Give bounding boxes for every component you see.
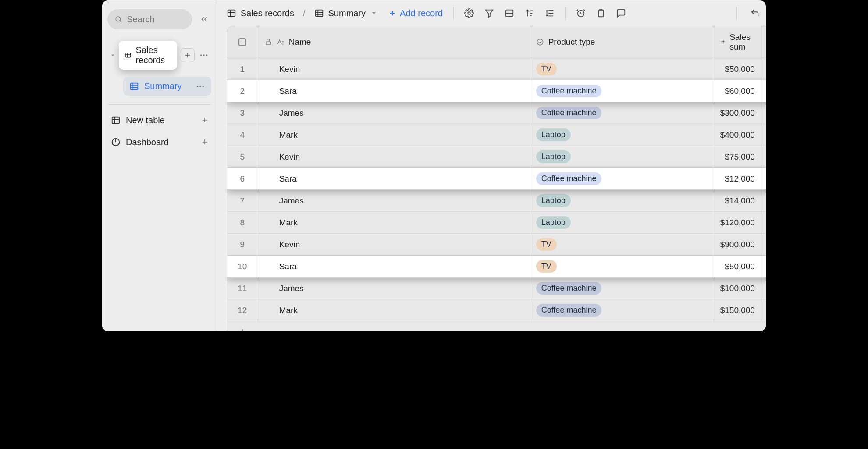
sidebar-item-label: Dashboard — [126, 137, 169, 147]
cell-sales-sum[interactable]: $14,000 — [714, 190, 761, 211]
cell-name[interactable]: Kevin — [258, 146, 530, 167]
dots-icon[interactable] — [199, 50, 209, 60]
cell-product[interactable]: Coffee machine — [530, 168, 714, 189]
cell-sales-sum[interactable]: $50,000 — [714, 256, 761, 277]
cell-name[interactable]: Mark — [258, 124, 530, 146]
row-index: 4 — [227, 124, 258, 146]
cell-sales-sum[interactable]: $50,000 — [714, 58, 761, 80]
add-view-button[interactable] — [181, 48, 195, 62]
cell-name[interactable]: Sara — [258, 256, 530, 277]
dashboard-icon — [111, 137, 121, 147]
cell-empty — [761, 80, 766, 102]
row-index: 8 — [227, 212, 258, 233]
cell-product[interactable]: Coffee machine — [530, 299, 714, 321]
cell-product[interactable]: Laptop — [530, 146, 714, 167]
cell-product[interactable]: Coffee machine — [530, 102, 714, 124]
table-row[interactable]: 5KevinLaptop$75,000 — [227, 146, 766, 168]
cell-name[interactable]: Kevin — [258, 58, 530, 80]
table-row[interactable]: 9KevinTV$900,000 — [227, 234, 766, 256]
cell-name[interactable]: James — [258, 278, 530, 299]
undo-icon[interactable] — [750, 8, 760, 18]
sidebar-dashboard[interactable]: Dashboard + — [107, 131, 211, 153]
row-index: 1 — [227, 58, 258, 80]
cell-sales-sum[interactable]: $300,000 — [714, 102, 761, 124]
clipboard-icon[interactable] — [596, 8, 606, 18]
comment-icon[interactable] — [616, 8, 626, 18]
search-icon — [114, 14, 122, 24]
cell-product[interactable]: TV — [530, 234, 714, 255]
cell-product[interactable]: Laptop — [530, 190, 714, 211]
filter-icon[interactable] — [484, 8, 494, 18]
toolbar-separator — [453, 7, 454, 20]
sidebar-table-row[interactable]: Sales records — [107, 38, 211, 72]
row-height-icon[interactable] — [545, 8, 555, 18]
table-row[interactable]: 6SaraCoffee machine$12,000 — [227, 168, 766, 190]
cell-sales-sum[interactable]: $75,000 — [714, 146, 761, 167]
cell-sales-sum[interactable]: $400,000 — [714, 124, 761, 146]
cell-product[interactable]: Laptop — [530, 124, 714, 146]
cell-sales-sum[interactable]: $120,000 — [714, 212, 761, 233]
table-row[interactable]: 4MarkLaptop$400,000 — [227, 124, 766, 146]
group-icon[interactable] — [505, 8, 514, 18]
cell-name[interactable]: Mark — [258, 299, 530, 321]
add-record-button[interactable]: Add record — [388, 8, 443, 18]
cell-sales-sum[interactable]: $900,000 — [714, 234, 761, 255]
sidebar-view-item[interactable]: Summary — [123, 77, 211, 96]
add-column-button[interactable] — [761, 26, 766, 58]
cell-name[interactable]: Sara — [258, 80, 530, 102]
table-row[interactable]: 12MarkCoffee machine$150,000 — [227, 299, 766, 321]
cell-sales-sum[interactable]: $12,000 — [714, 168, 761, 189]
cell-product[interactable]: Coffee machine — [530, 80, 714, 102]
svg-point-9 — [203, 54, 205, 56]
search-input[interactable] — [127, 14, 185, 25]
table-row[interactable]: 10SaraTV$50,000 — [227, 256, 766, 278]
cell-product[interactable]: TV — [530, 58, 714, 80]
sidebar-new-table[interactable]: New table + — [107, 109, 211, 131]
table-row[interactable]: 2SaraCoffee machine$60,000 — [227, 80, 766, 102]
table-row[interactable]: 3JamesCoffee machine$300,000 — [227, 102, 766, 124]
cell-sales-sum[interactable]: $150,000 — [714, 299, 761, 321]
column-header-name[interactable]: Name — [258, 26, 530, 58]
text-type-icon — [277, 38, 285, 46]
add-row-button[interactable]: + — [227, 326, 258, 331]
table-row[interactable]: 8MarkLaptop$120,000 — [227, 212, 766, 234]
table-row[interactable]: 11JamesCoffee machine$100,000 — [227, 278, 766, 299]
select-all-cell[interactable] — [227, 26, 258, 58]
row-index: 10 — [227, 256, 258, 277]
collapse-sidebar-button[interactable] — [197, 12, 211, 26]
cell-product[interactable]: Coffee machine — [530, 278, 714, 299]
lock-icon — [264, 38, 272, 46]
data-grid: Name Product type Sales sum — [227, 26, 766, 331]
breadcrumb-table[interactable]: Sales records — [227, 8, 294, 18]
settings-icon[interactable] — [464, 8, 474, 18]
table-row[interactable]: 7JamesLaptop$14,000 — [227, 190, 766, 212]
column-header-product[interactable]: Product type — [530, 26, 714, 58]
cell-product[interactable]: TV — [530, 256, 714, 277]
cell-sales-sum[interactable]: $100,000 — [714, 278, 761, 299]
cell-name[interactable]: James — [258, 102, 530, 124]
cell-name[interactable]: Mark — [258, 212, 530, 233]
cell-empty — [761, 58, 766, 80]
sidebar-table-badge[interactable]: Sales records — [119, 41, 177, 70]
svg-point-32 — [468, 12, 470, 14]
sort-asc-icon[interactable] — [525, 8, 534, 18]
search-input-wrapper[interactable] — [107, 9, 192, 29]
svg-point-15 — [196, 86, 198, 87]
cell-name[interactable]: Kevin — [258, 234, 530, 255]
cell-empty — [761, 278, 766, 299]
breadcrumb-view[interactable]: Summary — [314, 8, 378, 18]
cell-sales-sum[interactable]: $60,000 — [714, 80, 761, 102]
sidebar-view-label: Summary — [144, 81, 182, 91]
cell-empty — [761, 212, 766, 233]
cell-empty — [761, 146, 766, 167]
grid-body: 1KevinTV$50,0002SaraCoffee machine$60,00… — [227, 58, 766, 321]
cell-name[interactable]: Sara — [258, 168, 530, 189]
cell-name[interactable]: James — [258, 190, 530, 211]
table-row[interactable]: 1KevinTV$50,000 — [227, 58, 766, 80]
cell-product[interactable]: Laptop — [530, 212, 714, 233]
product-tag: Coffee machine — [536, 107, 602, 119]
sidebar: Sales records Summary New table + — [102, 0, 217, 331]
dots-icon[interactable] — [196, 82, 205, 91]
column-header-sales-sum[interactable]: Sales sum — [714, 26, 761, 58]
reminder-icon[interactable] — [576, 8, 586, 18]
